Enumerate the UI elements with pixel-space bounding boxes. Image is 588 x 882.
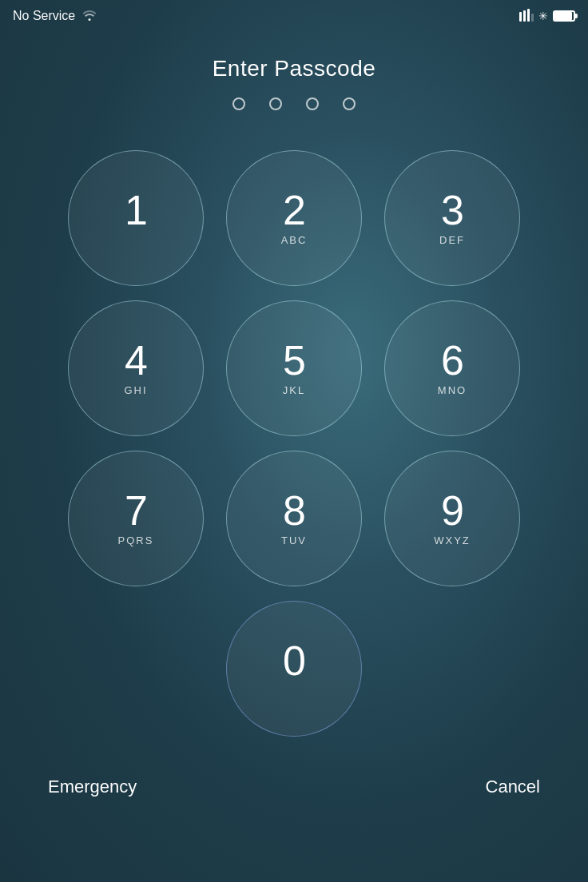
key-3[interactable]: 3 DEF <box>384 150 520 286</box>
passcode-dot-3 <box>306 97 319 110</box>
passcode-dot-1 <box>232 97 245 110</box>
battery-icon <box>553 10 575 22</box>
keypad: 1 2 ABC 3 DEF 4 GHI 5 JKL 6 <box>0 150 588 737</box>
key-6-number: 6 <box>441 340 463 381</box>
emergency-button[interactable]: Emergency <box>32 769 153 805</box>
passcode-dot-2 <box>269 97 282 110</box>
key-2[interactable]: 2 ABC <box>226 150 362 286</box>
carrier-icon <box>519 9 534 24</box>
status-left: No Service <box>13 8 97 24</box>
passcode-dots <box>232 97 356 110</box>
bluetooth-icon: ✳ <box>538 10 548 22</box>
key-1-number: 1 <box>125 189 147 231</box>
key-5-number: 5 <box>283 340 305 381</box>
key-5-letters: JKL <box>283 384 305 397</box>
key-4[interactable]: 4 GHI <box>68 300 204 436</box>
key-3-letters: DEF <box>439 234 465 247</box>
main-content: Enter Passcode 1 2 ABC 3 DEF 4 <box>0 32 588 821</box>
svg-rect-0 <box>519 12 522 22</box>
key-5[interactable]: 5 JKL <box>226 300 362 436</box>
key-8-letters: TUV <box>281 534 307 547</box>
passcode-title: Enter Passcode <box>213 56 376 81</box>
carrier-text: No Service <box>13 9 75 23</box>
wifi-icon <box>81 8 97 24</box>
svg-rect-1 <box>523 10 526 22</box>
key-6[interactable]: 6 MNO <box>384 300 520 436</box>
key-0-number: 0 <box>283 640 305 681</box>
svg-rect-2 <box>527 9 530 22</box>
key-6-letters: MNO <box>438 384 467 397</box>
svg-rect-3 <box>531 14 534 22</box>
key-7[interactable]: 7 PQRS <box>68 451 204 586</box>
keypad-row-3: 7 PQRS 8 TUV 9 WXYZ <box>48 451 540 586</box>
key-9-letters: WXYZ <box>434 534 471 547</box>
keypad-row-2: 4 GHI 5 JKL 6 MNO <box>48 300 540 436</box>
key-4-number: 4 <box>125 340 147 381</box>
key-8-number: 8 <box>283 490 305 531</box>
key-9-number: 9 <box>441 490 463 531</box>
key-7-number: 7 <box>125 490 147 531</box>
cancel-button[interactable]: Cancel <box>460 769 556 805</box>
key-2-letters: ABC <box>281 234 308 247</box>
key-9[interactable]: 9 WXYZ <box>384 451 520 586</box>
keypad-row-4: 0 <box>48 601 540 737</box>
bottom-row: Emergency Cancel <box>0 745 588 821</box>
status-bar: No Service ✳ <box>0 0 588 32</box>
status-right: ✳ <box>519 9 575 24</box>
key-7-letters: PQRS <box>118 534 154 547</box>
key-3-number: 3 <box>441 189 463 231</box>
key-4-letters: GHI <box>124 384 147 397</box>
passcode-dot-4 <box>343 97 356 110</box>
key-8[interactable]: 8 TUV <box>226 451 362 586</box>
key-0[interactable]: 0 <box>226 601 362 737</box>
key-2-number: 2 <box>283 189 305 231</box>
keypad-row-1: 1 2 ABC 3 DEF <box>48 150 540 286</box>
key-1[interactable]: 1 <box>68 150 204 286</box>
